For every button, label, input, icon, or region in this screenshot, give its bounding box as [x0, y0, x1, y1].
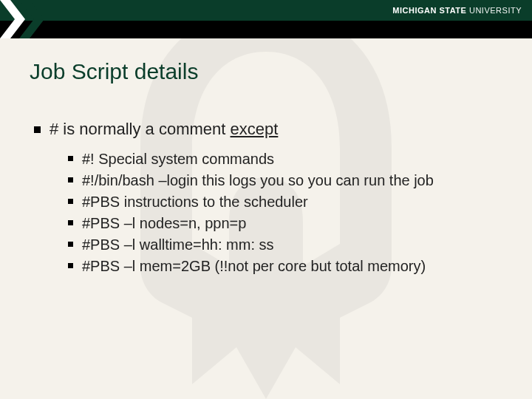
- slide: MICHIGAN STATE UNIVERSITY Job Script det…: [0, 0, 532, 399]
- list-item: #PBS –l walltime=hh: mm: ss: [68, 235, 502, 255]
- square-bullet-icon: [68, 220, 73, 225]
- slide-title: Job Script details: [30, 59, 502, 84]
- list-item: #PBS instructions to the scheduler: [68, 192, 502, 212]
- main-bullet-text: # is normally a comment except: [50, 120, 278, 139]
- square-bullet-icon: [68, 199, 73, 204]
- list-item: #! Special system commands: [68, 149, 502, 169]
- university-label: MICHIGAN STATE UNIVERSITY: [392, 6, 522, 15]
- sub-bullet-text: #!/bin/bash –login this logs you so you …: [82, 171, 496, 191]
- university-name-thin: UNIVERSITY: [466, 6, 522, 15]
- square-bullet-icon: [68, 177, 73, 183]
- sub-bullet-text: #! Special system commands: [82, 149, 496, 169]
- svg-marker-1: [19, 0, 44, 38]
- sub-bullet-text: #PBS instructions to the scheduler: [82, 192, 496, 212]
- main-bullet: # is normally a comment except: [30, 120, 502, 139]
- sub-bullet-text: #PBS –l nodes=n, ppn=p: [82, 214, 496, 233]
- list-item: #PBS –l mem=2GB (!!not per core but tota…: [68, 256, 502, 276]
- content-area: Job Script details # is normally a comme…: [0, 38, 532, 276]
- black-strip: [0, 21, 532, 38]
- top-bar: MICHIGAN STATE UNIVERSITY: [0, 0, 532, 21]
- list-item: #PBS –l nodes=n, ppn=p: [68, 214, 502, 233]
- main-bullet-prefix: # is normally a comment: [50, 120, 231, 138]
- square-bullet-icon: [68, 263, 73, 268]
- chevron-decor: [0, 0, 50, 38]
- sub-bullet-text: #PBS –l walltime=hh: mm: ss: [82, 235, 496, 255]
- main-bullet-except: except: [231, 120, 279, 138]
- square-bullet-icon: [34, 126, 41, 133]
- square-bullet-icon: [68, 156, 73, 161]
- chevron-green-icon: [19, 0, 49, 38]
- university-name-bold: MICHIGAN STATE: [392, 6, 466, 15]
- list-item: #!/bin/bash –login this logs you so you …: [68, 171, 502, 191]
- sub-bullet-list: #! Special system commands #!/bin/bash –…: [30, 149, 502, 276]
- square-bullet-icon: [68, 242, 73, 247]
- sub-bullet-text: #PBS –l mem=2GB (!!not per core but tota…: [82, 256, 496, 276]
